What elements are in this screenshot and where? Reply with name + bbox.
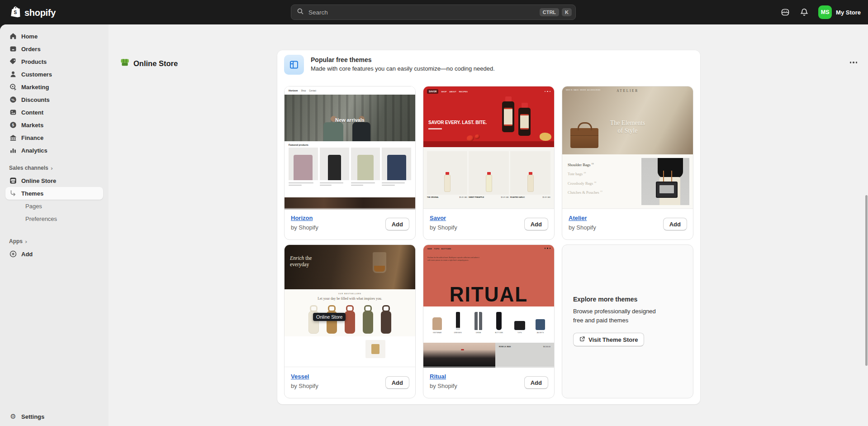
store-name: My Store [836,9,861,16]
sidebar-item-home[interactable]: Home [5,30,103,43]
sidebar: Home Orders Products Customers Marketing [0,24,109,426]
sidebar-item-online-store[interactable]: Online Store [5,174,103,187]
add-theme-ritual-button[interactable]: Add [524,376,548,389]
page-header: Online Store [120,58,178,69]
bank-icon [9,134,17,142]
horizon-hero-image: New arrivals [285,95,415,141]
add-theme-vessel-button[interactable]: Add [385,376,409,389]
vessel-coffee-graphic [373,252,386,273]
sidebar-item-add-app[interactable]: Add [5,248,103,260]
sidebar-item-discounts[interactable]: % Discounts [5,93,103,106]
shortcut-k-badge: K [562,8,572,16]
sidebar-item-marketing[interactable]: Marketing [5,81,103,93]
bar-chart-icon [9,146,17,154]
sidebar-item-preferences[interactable]: Preferences [5,212,103,225]
horizon-preview[interactable]: Horizon Shop Contact New arrivals [285,86,415,209]
sidebar-item-themes[interactable]: Themes [5,187,103,200]
plus-circle-icon [9,250,17,258]
shopify-logo[interactable]: S shopify [10,6,56,20]
shopify-bag-icon: S [10,6,21,20]
scrollbar-thumb[interactable] [865,195,868,366]
theme-card-horizon: Horizon Shop Contact New arrivals [284,86,416,240]
shopify-admin: S shopify CTRL K MS My Store [0,0,868,426]
theme-link-atelier[interactable]: Atelier [569,215,587,221]
topbar-actions: MS My Store [780,0,861,24]
atelier-preview[interactable]: NEW IN BAGS SHOES ACCESSORIES ATELIER Th… [562,86,693,209]
discount-badge-icon: % [9,96,17,104]
shopify-wordmark: shopify [24,8,56,18]
page-more-actions-button[interactable] [847,57,860,68]
banner-subtitle: Made with core features you can easily c… [311,65,495,72]
page-title: Online Store [133,59,178,68]
explore-more-themes-card: Explore more themes Browse professionall… [562,244,693,398]
gear-icon: ⚙ [9,412,17,421]
ritual-preview[interactable]: NEW TOPS BOTTOMS Fashion for the wild at… [423,245,554,368]
search-icon [297,8,304,17]
theme-banner-icon [284,55,304,75]
svg-text:%: % [11,98,14,102]
theme-link-vessel[interactable]: Vessel [291,373,309,380]
svg-text:$: $ [12,123,14,127]
vessel-wood-strip [285,336,415,364]
apps-section[interactable]: Apps › [0,235,109,248]
explore-body: Browse professionally designedfree and p… [573,307,682,325]
home-icon [9,32,17,40]
theme-link-savor[interactable]: Savor [430,215,446,221]
theme-card-vessel: Enrich the everyday OUR BESTSELLERS Let … [284,244,416,398]
online-store-channel-icon [120,58,129,69]
popular-themes-banner: Popular free themes Made with core featu… [284,55,495,75]
add-theme-savor-button[interactable]: Add [524,218,548,230]
chevron-right-icon: › [51,165,53,172]
topbar: S shopify CTRL K MS My Store [0,0,868,24]
notifications-bell-icon[interactable] [799,7,809,17]
store-menu[interactable]: MS My Store [818,5,861,19]
orders-icon [9,45,17,53]
add-theme-atelier-button[interactable]: Add [663,218,687,230]
svg-text:S: S [14,10,17,15]
themes-grid: Horizon Shop Contact New arrivals [284,86,693,398]
sidekick-icon[interactable] [780,7,790,17]
atelier-bag-graphic [570,128,598,148]
chevron-right-icon: › [25,238,27,245]
banner-title: Popular free themes [311,56,495,63]
theme-card-ritual: NEW TOPS BOTTOMS Fashion for the wild at… [423,244,555,398]
vessel-preview[interactable]: Enrich the everyday OUR BESTSELLERS Let … [285,245,415,368]
sidebar-item-products[interactable]: Products [5,55,103,68]
horizon-lifestyle-strip [285,197,415,209]
sidebar-item-content[interactable]: Content [5,106,103,119]
visit-theme-store-button[interactable]: Visit Theme Store [573,333,644,346]
sidebar-item-analytics[interactable]: Analytics [5,144,103,157]
add-theme-horizon-button[interactable]: Add [385,218,409,230]
online-store-tooltip: Online Store [313,313,346,321]
target-cursor-icon [9,83,17,91]
explore-title: Explore more themes [573,296,682,303]
store-avatar: MS [818,5,832,19]
sub-branch-arrow-icon [9,189,17,197]
sidebar-item-settings[interactable]: ⚙ Settings [5,410,103,423]
shortcut-ctrl-badge: CTRL [540,8,559,16]
search-input[interactable] [308,9,537,16]
theme-card-savor: SAVOR SHOP ABOUT RECIPES SAVOR EVERY. LA… [423,86,555,240]
tag-icon [9,57,17,66]
theme-link-ritual[interactable]: Ritual [430,373,446,380]
storefront-icon [9,177,17,185]
media-icon [9,108,17,116]
sidebar-item-markets[interactable]: $ Markets [5,119,103,131]
sidebar-item-finance[interactable]: Finance [5,131,103,144]
theme-link-horizon[interactable]: Horizon [291,215,313,221]
themes-card: Popular free themes Made with core featu… [277,50,700,404]
global-search[interactable]: CTRL K [291,5,576,20]
ritual-model-photo [423,343,495,368]
globe-dollar-icon: $ [9,121,17,129]
sidebar-item-customers[interactable]: Customers [5,68,103,81]
sidebar-item-orders[interactable]: Orders [5,43,103,55]
savor-preview[interactable]: SAVOR SHOP ABOUT RECIPES SAVOR EVERY. LA… [423,86,554,209]
app-shell: Home Orders Products Customers Marketing [0,24,868,426]
atelier-model-photo [641,158,689,205]
external-link-icon [579,336,585,344]
sidebar-item-pages[interactable]: Pages [5,200,103,212]
theme-card-atelier: NEW IN BAGS SHOES ACCESSORIES ATELIER Th… [562,86,693,240]
sales-channels-section[interactable]: Sales channels › [0,162,109,174]
person-icon [9,70,17,78]
